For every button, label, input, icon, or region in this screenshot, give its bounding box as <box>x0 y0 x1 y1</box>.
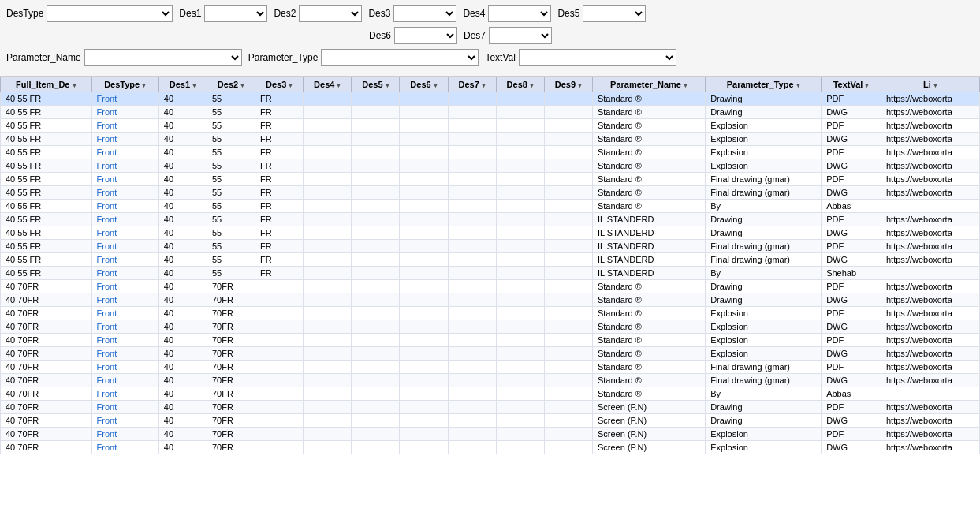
destype-label: DesType <box>6 8 43 19</box>
cell-des7 <box>448 92 496 106</box>
des2-select[interactable] <box>299 5 362 22</box>
col-header-des3[interactable]: Des3 ▾ <box>255 77 304 92</box>
des6-select[interactable] <box>394 27 457 44</box>
cell-des2: 70FR <box>207 293 255 307</box>
des5-select[interactable] <box>583 5 646 22</box>
cell-textval: PDF <box>822 240 881 253</box>
table-row[interactable]: 40 55 FRFront4055FRStandard ®ExplosionPD… <box>1 146 980 159</box>
col-header-des9[interactable]: Des9 ▾ <box>544 77 592 92</box>
cell-des9 <box>544 280 592 293</box>
col-header-parameter-type[interactable]: Parameter_Type ▾ <box>706 77 822 92</box>
table-row[interactable]: 40 55 FRFront4055FRIL STANDERDByShehab <box>1 267 980 280</box>
cell-des6 <box>400 428 448 441</box>
cell-des9 <box>544 119 592 133</box>
col-header-destype[interactable]: DesType ▾ <box>91 77 158 92</box>
cell-des9 <box>544 361 592 374</box>
des3-select[interactable] <box>393 5 456 22</box>
cell-destype: Front <box>91 441 158 454</box>
col-header-des8[interactable]: Des8 ▾ <box>496 77 544 92</box>
col-header-des1[interactable]: Des1 ▾ <box>158 77 207 92</box>
col-header-des5[interactable]: Des5 ▾ <box>352 77 400 92</box>
table-row[interactable]: 40 70FRFront4070FRScreen (P.N)DrawingDWG… <box>1 414 980 428</box>
cell-textval: DWG <box>822 320 881 334</box>
cell-des8 <box>496 307 544 320</box>
cell-des8 <box>496 361 544 374</box>
cell-des8 <box>496 253 544 267</box>
table-row[interactable]: 40 70FRFront4070FRScreen (P.N)ExplosionP… <box>1 428 980 441</box>
cell-des1: 40 <box>158 280 207 293</box>
table-row[interactable]: 40 55 FRFront4055FRIL STANDERDFinal draw… <box>1 253 980 267</box>
cell-textval: DWG <box>822 414 881 428</box>
cell-parameter_type: Explosion <box>706 320 822 334</box>
cell-full_item_de: 40 55 FR <box>1 200 92 213</box>
textval-select[interactable] <box>519 49 676 66</box>
cell-textval: DWG <box>822 253 881 267</box>
cell-textval: PDF <box>822 280 881 293</box>
cell-des2: 55 <box>207 186 255 200</box>
table-row[interactable]: 40 70FRFront4070FRStandard ®ByAbbas <box>1 387 980 401</box>
col-header-textval[interactable]: TextVal ▾ <box>822 77 881 92</box>
data-table: Full_Item_De ▾ DesType ▾ Des1 ▾ Des2 ▾ D… <box>0 77 980 454</box>
cell-li: https://weboxorta <box>881 374 979 387</box>
filter-bar: DesType Des1 Des2 Des3 Des4 Des5 Des6 <box>0 0 980 77</box>
cell-destype: Front <box>91 253 158 267</box>
cell-des3 <box>255 334 304 347</box>
table-row[interactable]: 40 55 FRFront4055FRIL STANDERDFinal draw… <box>1 240 980 253</box>
filter-group-destype: DesType <box>6 5 173 22</box>
cell-des5 <box>352 159 400 173</box>
table-row[interactable]: 40 70FRFront4070FRStandard ®ExplosionPDF… <box>1 334 980 347</box>
destype-select[interactable] <box>47 5 173 22</box>
table-row[interactable]: 40 55 FRFront4055FRStandard ®Final drawi… <box>1 173 980 186</box>
filter-group-des6: Des6 <box>369 27 457 44</box>
table-row[interactable]: 40 55 FRFront4055FRStandard ®DrawingDWGh… <box>1 106 980 119</box>
table-row[interactable]: 40 70FRFront4070FRScreen (P.N)DrawingPDF… <box>1 401 980 414</box>
table-row[interactable]: 40 70FRFront4070FRStandard ®ExplosionPDF… <box>1 307 980 320</box>
des1-select[interactable] <box>204 5 267 22</box>
filter-group-des1: Des1 <box>179 5 267 22</box>
cell-des8 <box>496 119 544 133</box>
table-row[interactable]: 40 55 FRFront4055FRStandard ®ExplosionDW… <box>1 133 980 146</box>
table-row[interactable]: 40 70FRFront4070FRStandard ®ExplosionDWG… <box>1 347 980 361</box>
cell-des5 <box>352 441 400 454</box>
table-row[interactable]: 40 55 FRFront4055FRIL STANDERDDrawingDWG… <box>1 226 980 240</box>
cell-full_item_de: 40 55 FR <box>1 267 92 280</box>
col-header-des2[interactable]: Des2 ▾ <box>207 77 255 92</box>
col-header-des4[interactable]: Des4 ▾ <box>304 77 352 92</box>
col-header-des7[interactable]: Des7 ▾ <box>448 77 496 92</box>
cell-des8 <box>496 414 544 428</box>
cell-des3 <box>255 428 304 441</box>
table-row[interactable]: 40 70FRFront4070FRStandard ®DrawingDWGht… <box>1 293 980 307</box>
col-header-full-item-de[interactable]: Full_Item_De ▾ <box>1 77 92 92</box>
cell-des8 <box>496 267 544 280</box>
cell-full_item_de: 40 55 FR <box>1 106 92 119</box>
table-row[interactable]: 40 70FRFront4070FRScreen (P.N)ExplosionD… <box>1 441 980 454</box>
cell-parameter_name: Screen (P.N) <box>592 414 705 428</box>
cell-parameter_name: IL STANDERD <box>592 240 705 253</box>
table-row[interactable]: 40 55 FRFront4055FRStandard ®DrawingPDFh… <box>1 92 980 106</box>
table-row[interactable]: 40 55 FRFront4055FRStandard ®ByAbbas <box>1 200 980 213</box>
cell-des3 <box>255 414 304 428</box>
table-row[interactable]: 40 55 FRFront4055FRStandard ®ExplosionPD… <box>1 119 980 133</box>
table-row[interactable]: 40 55 FRFront4055FRIL STANDERDDrawingPDF… <box>1 213 980 226</box>
cell-des4 <box>304 428 352 441</box>
cell-des2: 55 <box>207 267 255 280</box>
table-row[interactable]: 40 70FRFront4070FRStandard ®Final drawin… <box>1 374 980 387</box>
parameter-name-select[interactable] <box>84 49 242 66</box>
table-row[interactable]: 40 70FRFront4070FRStandard ®Final drawin… <box>1 361 980 374</box>
col-header-des6[interactable]: Des6 ▾ <box>400 77 448 92</box>
cell-des2: 70FR <box>207 361 255 374</box>
table-row[interactable]: 40 70FRFront4070FRStandard ®DrawingPDFht… <box>1 280 980 293</box>
des4-select[interactable] <box>488 5 551 22</box>
cell-des5 <box>352 347 400 361</box>
table-row[interactable]: 40 55 FRFront4055FRStandard ®ExplosionDW… <box>1 159 980 173</box>
table-row[interactable]: 40 70FRFront4070FRStandard ®ExplosionDWG… <box>1 320 980 334</box>
cell-des9 <box>544 186 592 200</box>
col-header-li[interactable]: Li ▾ <box>881 77 979 92</box>
parameter-type-select[interactable] <box>321 49 479 66</box>
cell-parameter_type: Explosion <box>706 119 822 133</box>
cell-des1: 40 <box>158 226 207 240</box>
cell-des3: FR <box>255 106 304 119</box>
des7-select[interactable] <box>489 27 552 44</box>
col-header-parameter-name[interactable]: Parameter_Name ▾ <box>592 77 705 92</box>
table-row[interactable]: 40 55 FRFront4055FRStandard ®Final drawi… <box>1 186 980 200</box>
